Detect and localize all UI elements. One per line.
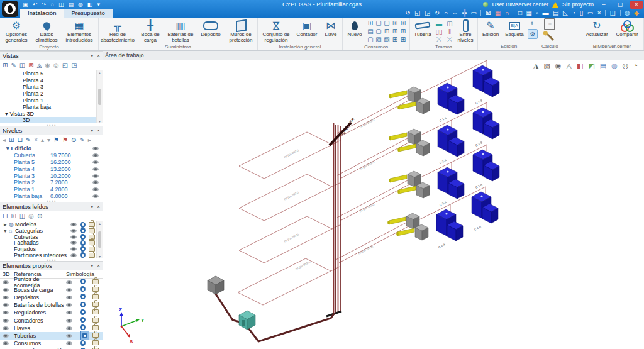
- table-row[interactable]: Bocas de carga: [0, 286, 103, 294]
- snap-toggle-icon[interactable]: [80, 324, 86, 330]
- lock-icon[interactable]: [92, 309, 99, 314]
- supply-point-cube[interactable]: [208, 276, 224, 294]
- eye-icon[interactable]: [70, 229, 77, 233]
- tree-levels-icon[interactable]: ◫: [19, 213, 25, 219]
- elementos-introducidos-button[interactable]: ▦ Elementos introducidos: [62, 18, 97, 43]
- lock-icon[interactable]: [92, 318, 99, 323]
- eye-icon[interactable]: [3, 288, 9, 292]
- move-up-icon[interactable]: ▴: [41, 136, 44, 143]
- eye-icon[interactable]: [66, 311, 72, 314]
- lock-icon[interactable]: [92, 294, 99, 299]
- consumo-type-icon[interactable]: ▧: [383, 36, 391, 43]
- etiqueta-button[interactable]: B|A Etiqueta: [502, 18, 527, 38]
- entre-niveles-button[interactable]: Entre niveles: [455, 18, 476, 43]
- snap-toggle-icon[interactable]: [80, 340, 86, 346]
- snap-toggle-icon[interactable]: [80, 309, 86, 315]
- cube-view-icon[interactable]: ◰: [62, 62, 68, 69]
- keyboard-icon[interactable]: ▤: [553, 9, 558, 17]
- baterias-botellas-button[interactable]: ▥ Baterías de botellas: [165, 18, 196, 43]
- duct2-icon[interactable]: ◫: [445, 19, 455, 27]
- eye-icon[interactable]: [3, 296, 9, 299]
- deposito-button[interactable]: Depósito: [196, 18, 226, 38]
- list-item[interactable]: Planta baja: [0, 104, 103, 111]
- eye-icon[interactable]: [92, 174, 99, 178]
- table-row[interactable]: Depósitos: [0, 294, 103, 301]
- consumo-type-icon[interactable]: ▢: [375, 28, 382, 35]
- floor-circuit-4[interactable]: [238, 187, 498, 305]
- cut-segment-icon[interactable]: ⤫: [434, 36, 444, 43]
- magnet-icon[interactable]: ∩: [505, 9, 509, 17]
- eye-icon[interactable]: [66, 326, 72, 330]
- snap-toggle-icon[interactable]: [80, 228, 86, 233]
- lock-icon[interactable]: [92, 333, 99, 338]
- section-box-icon[interactable]: ◧: [577, 62, 583, 70]
- window-layout-icon[interactable]: ◫: [610, 9, 616, 17]
- scroll-right-icon[interactable]: ▸: [88, 136, 91, 143]
- tuberia-button[interactable]: Tubería: [411, 18, 434, 38]
- close-icon[interactable]: ×: [97, 263, 100, 269]
- snap-toggle-icon[interactable]: [80, 302, 86, 307]
- lock-icon[interactable]: [92, 302, 99, 307]
- cut-segment2-icon[interactable]: ⤬: [445, 36, 455, 43]
- split-red-icon[interactable]: ▯▯: [434, 28, 444, 35]
- tree-row[interactable]: ▸◍ Modelos: [0, 221, 103, 228]
- globe-icon[interactable]: ◍: [625, 9, 630, 17]
- tree-row[interactable]: Cubiertas: [0, 234, 103, 240]
- edificio-row[interactable]: ▾Edificio: [0, 145, 103, 152]
- list-item[interactable]: Planta 4: [0, 77, 103, 84]
- eye-icon[interactable]: [66, 288, 72, 292]
- snap-toggle-icon[interactable]: [80, 294, 86, 299]
- ortho-icon[interactable]: □: [518, 9, 522, 17]
- consumo-type-icon[interactable]: ⊞: [367, 19, 374, 27]
- clip-plane-icon[interactable]: ◩: [588, 62, 594, 70]
- split2-red-icon[interactable]: ‖: [445, 28, 455, 35]
- grid-icon[interactable]: ▦: [526, 9, 532, 17]
- supply-line[interactable]: [215, 293, 334, 341]
- thermometer-icon[interactable]: ⊕: [37, 213, 42, 219]
- eye-icon[interactable]: [92, 180, 99, 184]
- consumo-type-icon[interactable]: ⊞: [399, 28, 407, 35]
- snap-toggle-icon[interactable]: [80, 222, 86, 228]
- zoom-window-icon[interactable]: ◱: [414, 9, 420, 17]
- bimserver-user[interactable]: User BIMserver.center: [492, 1, 548, 8]
- calculate-button[interactable]: ≡: [544, 18, 555, 30]
- eye-icon[interactable]: [70, 253, 77, 257]
- eye-icon[interactable]: [70, 247, 77, 251]
- pan-icon[interactable]: ⇔: [452, 9, 458, 17]
- actualizar-button[interactable]: ↻ Actualizar: [582, 18, 612, 38]
- flag-blue-icon[interactable]: ⚑: [53, 136, 59, 143]
- table-row[interactable]: Consumos: [0, 340, 103, 347]
- camera-icon[interactable]: ◉: [45, 62, 50, 69]
- consumo-type-icon[interactable]: ▧: [375, 36, 382, 43]
- opciones-generales-button[interactable]: ⚙ Opciones generales: [1, 18, 31, 43]
- contador-button[interactable]: ▣ Contador: [293, 18, 321, 38]
- eye-icon[interactable]: [3, 341, 9, 345]
- chevron-down-icon[interactable]: ▾: [91, 204, 93, 209]
- move-down-icon[interactable]: ▾: [47, 136, 50, 143]
- snap-toggle-icon[interactable]: [82, 333, 87, 338]
- close-icon[interactable]: ×: [97, 128, 100, 133]
- edit2-icon[interactable]: ✎: [79, 136, 84, 143]
- maximize-button[interactable]: ▢: [614, 1, 626, 9]
- consumo-type-icon[interactable]: ▤: [367, 28, 374, 35]
- ruler-icon[interactable]: ▬: [543, 9, 549, 17]
- canvas[interactable]: ◮ ▧ ◉ ◬ ◧ ◩ ▤ ◍ ◎ ◔: [103, 60, 644, 349]
- list-item[interactable]: Planta 1: [0, 97, 103, 104]
- delete-view-icon[interactable]: ⊠: [28, 62, 33, 69]
- nuevo-consumo-button[interactable]: Nuevo: [344, 18, 365, 38]
- table-row[interactable]: Reguladores: [0, 309, 103, 316]
- eye-icon[interactable]: [70, 235, 77, 239]
- list-item[interactable]: Planta 2: [0, 91, 103, 97]
- zoom-undo-icon[interactable]: ↺: [405, 9, 410, 17]
- perspective-icon[interactable]: ◬: [37, 62, 42, 69]
- delete-level-icon[interactable]: ×: [34, 136, 38, 143]
- eye-icon[interactable]: [66, 319, 72, 323]
- consumo-type-icon[interactable]: ▢: [367, 36, 374, 43]
- snapshot-icon[interactable]: ◎: [53, 62, 59, 69]
- layers-icon[interactable]: ▤: [600, 62, 606, 70]
- zoom-previous-icon[interactable]: ◲: [425, 9, 430, 17]
- datos-climaticos-button[interactable]: Datos climáticos: [31, 18, 62, 43]
- riser-pipes[interactable]: [326, 123, 351, 316]
- consumo-type-icon[interactable]: ⊞: [399, 19, 407, 27]
- regulator-cube[interactable]: [239, 311, 255, 330]
